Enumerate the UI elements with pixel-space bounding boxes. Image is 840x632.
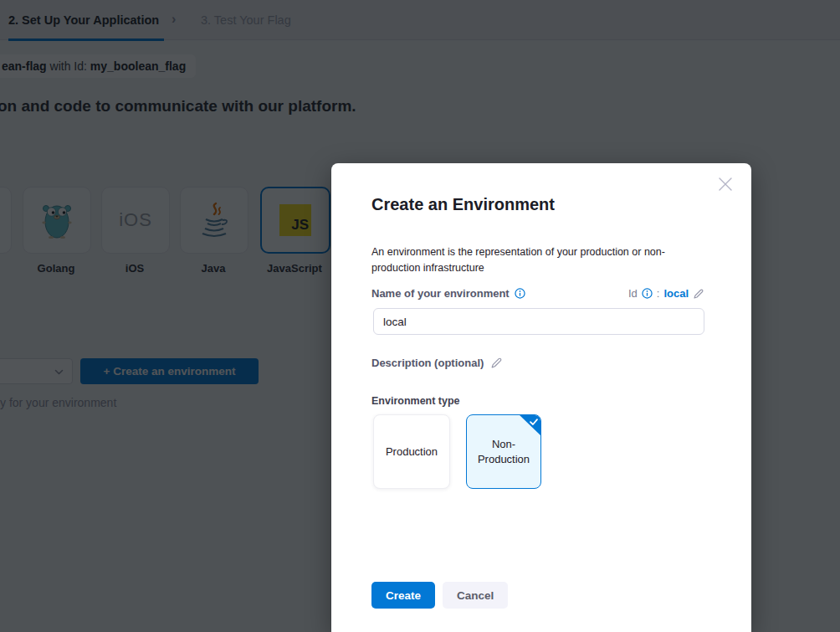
create-environment-modal: Create an Environment An environment is … (331, 163, 751, 632)
modal-description: An environment is the representation of … (371, 244, 703, 276)
info-icon[interactable] (642, 288, 653, 299)
modal-button-row: Create Cancel (371, 582, 508, 609)
environment-type-non-production[interactable]: Non-Production (466, 414, 541, 489)
modal-title: Create an Environment (371, 195, 555, 214)
id-field-label: Id (628, 287, 638, 300)
check-icon (529, 417, 539, 427)
description-label-row: Description (optional) (371, 357, 503, 369)
selected-corner-badge (519, 414, 541, 436)
name-field-label-group: Name of your environment (371, 287, 525, 300)
create-button[interactable]: Create (371, 582, 435, 609)
name-field-label: Name of your environment (371, 287, 510, 300)
edit-pencil-icon[interactable] (693, 288, 704, 300)
name-id-label-row: Name of your environment Id : local (371, 287, 704, 300)
environment-type-label: Environment type (371, 395, 460, 407)
description-label: Description (optional) (371, 357, 484, 369)
environment-name-input[interactable] (373, 308, 704, 335)
id-field-group: Id : local (628, 287, 704, 300)
non-production-card-label: Non-Production (474, 437, 533, 467)
id-value: local (663, 287, 689, 300)
onboarding-screen: 2. Set Up Your Application › 3. Test You… (0, 0, 840, 632)
production-card-label: Production (386, 445, 438, 458)
edit-pencil-icon[interactable] (490, 357, 503, 369)
cancel-button[interactable]: Cancel (443, 582, 508, 609)
environment-type-production[interactable]: Production (373, 414, 450, 489)
id-separator: : (657, 287, 660, 300)
info-icon[interactable] (515, 288, 525, 299)
close-icon[interactable] (716, 175, 735, 193)
